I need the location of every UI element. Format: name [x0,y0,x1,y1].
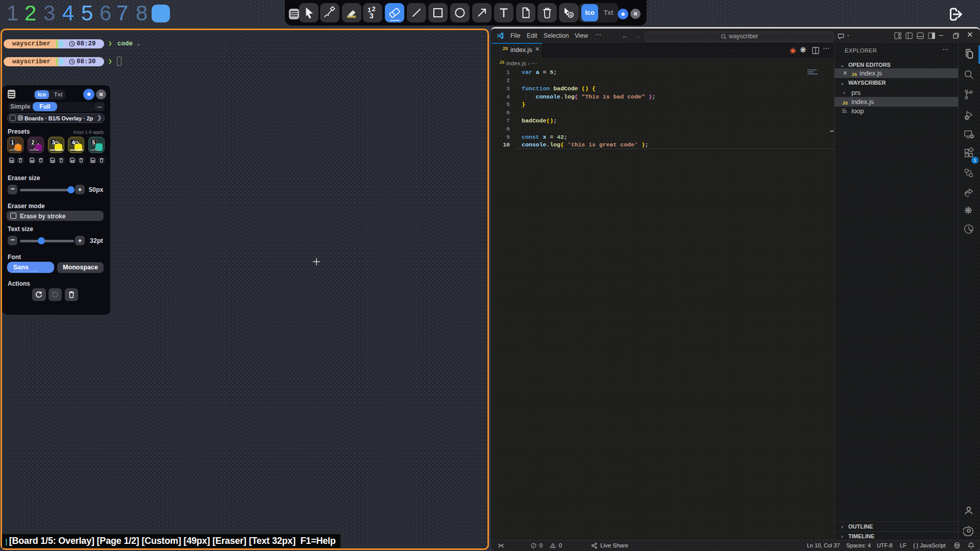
svg-text:3: 3 [370,12,374,20]
